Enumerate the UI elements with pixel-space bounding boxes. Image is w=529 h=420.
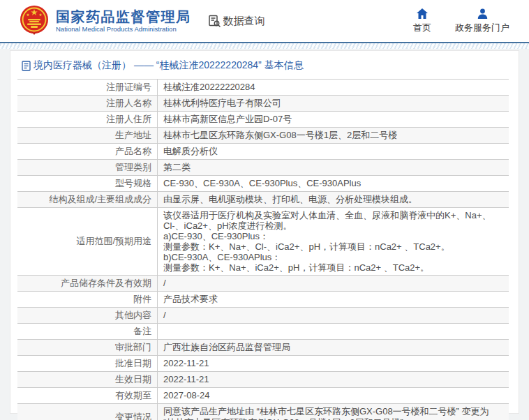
table-row: 注册人住所桂林市高新区信息产业园D-07号 [17, 112, 509, 128]
row-label-text: 其他内容 [115, 310, 151, 321]
table-row: 注册证编号桂械注准20222220284 [17, 80, 509, 96]
table-row: 备注 [17, 324, 509, 340]
row-label-text: 批准日期 [115, 358, 151, 369]
row-label: 附件 [17, 292, 157, 307]
row-value: / [157, 308, 509, 323]
site-header: 国家药品监督管理局 National Medical Products Admi… [0, 0, 529, 42]
table-row: 有效期至2027-08-24 [17, 388, 509, 404]
row-label: 产品名称 [17, 144, 157, 159]
row-label: 注册证编号 [17, 80, 157, 95]
row-label-text: 有效期至 [115, 390, 151, 401]
nav-item-label: 首页 [413, 22, 431, 34]
table-row: 变更情况同意该产品生产地址由 “桂林市七星区东环路东侧GX-G08一号楼和二号楼… [17, 404, 509, 420]
row-value: 同意该产品生产地址由 “桂林市七星区东环路东侧GX-G08一号楼和二号楼” 变更… [157, 404, 509, 420]
document-icon [22, 61, 31, 71]
row-value: / [157, 276, 509, 291]
row-label: 批准日期 [17, 356, 157, 371]
row-value: 2027-08-24 [157, 388, 509, 403]
breadcrumb: 境内医疗器械（注册） —— “桂械注准20222220284” 基本信息 [17, 58, 509, 79]
row-label: 生效日期 [17, 372, 157, 387]
row-value: 由显示屏、电机驱动模块、打印机、电源、分析处理模块组成。 [157, 192, 509, 207]
row-value-line: 该仪器适用于医疗机构及实验室对人体血清、全血、尿液和脑脊液中的K+、Na+、Cl… [163, 210, 503, 231]
top-nav: 首页 政务服务门户 [413, 8, 509, 34]
registration-info-table: 注册证编号桂械注准20222220284注册人名称桂林优利特医疗电子有限公司注册… [17, 79, 509, 420]
data-query[interactable]: 数据查询 [208, 15, 265, 28]
table-row: 附件产品技术要求 [17, 292, 509, 308]
row-label-text: 型号规格 [115, 178, 151, 189]
row-label-text: 注册人住所 [106, 114, 151, 125]
row-label: 变更情况 [17, 404, 157, 420]
row-label-text: 生效日期 [115, 374, 151, 385]
national-emblem-logo [18, 5, 50, 37]
table-row: 产品储存条件及有效期/ [17, 276, 509, 292]
row-value: 桂林市高新区信息产业园D-07号 [157, 112, 509, 127]
row-value: 广西壮族自治区药品监督管理局 [157, 340, 509, 355]
table-row: 生效日期2022-11-21 [17, 372, 509, 388]
row-value-line: a)CE-930、CE-930Plus： [163, 231, 503, 241]
table-row: 注册人名称桂林优利特医疗电子有限公司 [17, 96, 509, 112]
home-icon [417, 8, 428, 20]
row-value: 2022-11-21 [157, 372, 509, 387]
row-value-line: 测量参数：K+、Na+、iCa2+、pH，计算项目：nCa2+ 、TCa2+。 [163, 262, 503, 273]
row-label-text: 适用范围/预期用途 [76, 236, 151, 247]
row-label-text: 管理类别 [115, 162, 151, 173]
data-query-label: 数据查询 [223, 15, 265, 28]
row-label: 型号规格 [17, 176, 157, 191]
table-row: 型号规格CE-930、CE-930A、CE-930Plus、CE-930APlu… [17, 176, 509, 192]
row-label-text: 注册证编号 [106, 82, 151, 93]
row-label-text: 备注 [133, 326, 151, 337]
table-row: 管理类别第二类 [17, 160, 509, 176]
row-label-text: 附件 [133, 294, 151, 305]
row-label: 有效期至 [17, 388, 157, 403]
breadcrumb-text: 境内医疗器械（注册） —— “桂械注准20222220284” 基本信息 [33, 59, 304, 72]
row-label: 结构及组成/主要组成成分 [17, 192, 157, 207]
row-label-text: 生产地址 [115, 130, 151, 141]
row-value-line: b)CE-930A、CE-930APlus： [163, 252, 503, 262]
table-row: 产品名称电解质分析仪 [17, 144, 509, 160]
row-label: 审批部门 [17, 340, 157, 355]
content-card: 境内医疗器械（注册） —— “桂械注准20222220284” 基本信息 注册证… [10, 50, 519, 414]
nav-item-gov-portal[interactable]: 政务服务门户 [455, 8, 509, 34]
row-label-text: 变更情况 [115, 412, 151, 420]
table-row: 其他内容/ [17, 308, 509, 324]
row-label: 生产地址 [17, 128, 157, 143]
org-name-en: National Medical Products Administration [56, 26, 191, 33]
row-label: 产品储存条件及有效期 [17, 276, 157, 291]
table-row: 适用范围/预期用途该仪器适用于医疗机构及实验室对人体血清、全血、尿液和脑脊液中的… [17, 208, 509, 276]
row-label: 适用范围/预期用途 [17, 208, 157, 275]
row-label-text: 产品名称 [115, 146, 151, 157]
row-value: CE-930、CE-930A、CE-930Plus、CE-930APlus [157, 176, 509, 191]
row-value: 桂林优利特医疗电子有限公司 [157, 96, 509, 111]
nav-item-label: 政务服务门户 [455, 22, 509, 34]
table-row: 结构及组成/主要组成成分由显示屏、电机驱动模块、打印机、电源、分析处理模块组成。 [17, 192, 509, 208]
row-label-text: 产品储存条件及有效期 [61, 278, 151, 289]
row-value: 桂械注准20222220284 [157, 80, 509, 95]
row-value-line: 测量参数：K+、Na+、Cl-、iCa2+、pH，计算项目：nCa2+ 、TCa… [163, 241, 503, 252]
row-label: 注册人名称 [17, 96, 157, 111]
row-label: 管理类别 [17, 160, 157, 175]
row-value: 2022-11-21 [157, 356, 509, 371]
org-title-block: 国家药品监督管理局 National Medical Products Admi… [56, 9, 191, 33]
row-label-text: 注册人名称 [106, 98, 151, 109]
row-value: 桂林市七星区东环路东侧GX-G08一号楼1层、2层和二号楼 [157, 128, 509, 143]
row-value: 该仪器适用于医疗机构及实验室对人体血清、全血、尿液和脑脊液中的K+、Na+、Cl… [157, 208, 509, 275]
table-row: 生产地址桂林市七星区东环路东侧GX-G08一号楼1层、2层和二号楼 [17, 128, 509, 144]
row-label: 其他内容 [17, 308, 157, 323]
user-icon [477, 8, 488, 20]
table-row: 审批部门广西壮族自治区药品监督管理局 [17, 340, 509, 356]
document-search-icon [208, 15, 221, 28]
header-divider-stripes [0, 43, 529, 49]
table-row: 批准日期2022-11-21 [17, 356, 509, 372]
row-label-text: 结构及组成/主要组成成分 [49, 194, 151, 205]
row-value: 电解质分析仪 [157, 144, 509, 159]
row-value: 第二类 [157, 160, 509, 175]
org-name-zh: 国家药品监督管理局 [56, 9, 191, 24]
row-label: 备注 [17, 324, 157, 339]
row-label-text: 审批部门 [115, 342, 151, 353]
nav-item-home[interactable]: 首页 [413, 8, 431, 34]
row-value: 产品技术要求 [157, 292, 509, 307]
row-value [157, 324, 509, 339]
row-label: 注册人住所 [17, 112, 157, 127]
